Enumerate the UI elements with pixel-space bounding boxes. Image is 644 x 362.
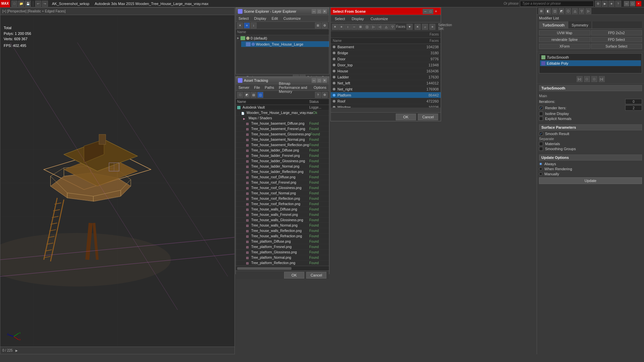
icon-btn3[interactable]: ★ [608,1,614,7]
at-menu-file[interactable]: File [253,85,261,89]
at-row-tree-house-walls-fresnel-png[interactable]: 🖼 Tree_house_walls_Fresnel.png Found [236,212,329,218]
at-scrollbar-thumb[interactable] [237,267,291,270]
modifier-stack[interactable]: TurboSmooth Editable Poly [539,53,642,73]
at-row-tree-house-roof-glossiness-png[interactable]: 🖼 Tree_house_roof_Glossiness.png Found [236,185,329,191]
menu-customize[interactable]: Customize [282,16,302,20]
sfs-icon9[interactable]: △ [383,24,389,30]
viewport[interactable]: [+] [Perspective] [Realistic + Edged Fac… [0,7,235,354]
ts-when-radio[interactable] [539,167,542,171]
at-ok-btn[interactable]: OK [284,272,304,279]
sfs-row-ladder[interactable]: Ladder 17630 [331,74,441,80]
sfs-cancel-btn[interactable]: Cancel [418,114,438,120]
at-scrollbar[interactable] [237,267,328,270]
at-cancel-btn[interactable]: Cancel [306,272,326,279]
rp-nav4[interactable]: ▷| [599,76,605,82]
at-row-tree-platform-reflection-png[interactable]: 🖼 Tree_platform_Reflection.png Found [236,260,329,266]
at-row-tree-house-ladder-normal-png[interactable]: 🖼 Tree_house_ladder_Normal.png Found [236,164,329,169]
renderable-spline-btn[interactable]: renderable Spline [539,37,590,42]
ts-section-header[interactable]: TurboSmooth [539,85,642,91]
at-row-tree-platform-diffuse-png[interactable]: 🖼 Tree_platform_Diffuse.png Found [236,239,329,244]
at-row-maps---shaders[interactable]: ▶ Maps / Shaders [236,116,329,121]
play-btn[interactable]: ▶ [15,349,18,352]
rp-icon2[interactable]: ◧ [545,8,551,14]
icon-btn4[interactable]: ? [615,1,621,7]
toolbar-sort-btn[interactable]: ↕ [251,22,257,28]
uvw-map-btn[interactable]: UVW Map [539,30,590,36]
at-row-tree-house-walls-refraction-pn[interactable]: 🖼 Tree_house_walls_Refraction.png Found [236,234,329,239]
icon-btn2[interactable]: ▶ [602,1,608,7]
toolbar-right-btn1[interactable]: ⊞ [315,22,321,28]
at-row-tree-house-roof-reflection-png[interactable]: 🖼 Tree_house_roof_Reflection.png Found [236,196,329,201]
menu-display[interactable]: Display [253,16,268,20]
restore-btn[interactable]: □ [630,1,635,6]
sfs-close[interactable]: ✕ [433,9,439,14]
toolbar-layers-btn[interactable]: ≡ [244,22,250,28]
at-menu-server[interactable]: Server [237,85,251,89]
sfs-icon7[interactable]: ▷ [370,24,376,30]
rp-icon1[interactable]: ⊞ [538,8,544,14]
sfs-ok-btn[interactable]: OK [396,114,416,120]
rp-icon4[interactable]: ◩ [558,8,565,14]
layer-tree[interactable]: Name ▶ 0 (default) Wooden_Tree_House_Lar… [236,29,329,74]
minimize-btn[interactable]: ─ [624,1,629,6]
save-btn[interactable]: 💾 [25,1,31,7]
ts-iterations-value[interactable]: 0 [625,99,642,104]
at-row-tree-house-ladder-diffuse-png[interactable]: 🖼 Tree_house_ladder_Diffuse.png Found [236,148,329,153]
open-btn[interactable]: 📁 [18,1,24,7]
icon-btn1[interactable]: ⚙ [595,1,601,7]
sfs-maximize[interactable]: □ [428,9,433,14]
sfs-row-house[interactable]: House 163436 [331,68,441,74]
sfs-menu-select[interactable]: Select [333,17,346,21]
ts-materials-check[interactable] [539,142,543,146]
menu-edit[interactable]: Edit [270,16,279,20]
at-row-tree-house-roof-refraction-png[interactable]: 🖼 Tree_house_roof_Refraction.png Found [236,201,329,207]
at-row-tree-house-basement-diffuse-pn[interactable]: 🖼 Tree_house_basement_Diffuse.png Found [236,121,329,126]
at-row-tree-house-walls-glossiness-pn[interactable]: 🖼 Tree_house_walls_Glossiness.png Found [236,218,329,223]
fpd-btn[interactable]: FPD 2x2x2 [591,30,642,36]
rp-nav3[interactable]: □ [591,76,597,82]
fpd-select-btn[interactable]: FPD Select [591,37,642,42]
sfs-row-door-top[interactable]: Door_top 11948 [331,62,441,68]
at-row-tree-house-walls-normal-png[interactable]: 🖼 Tree_house_walls_Normal.png Found [236,223,329,228]
ts-render-iters-value[interactable]: 2 [625,105,642,111]
at-row-tree-house-roof-normal-png[interactable]: 🖼 Tree_house_roof_Normal.png Found [236,191,329,196]
sfs-toolbar-find[interactable]: ⌕ [422,24,428,30]
rp-icon8[interactable]: ▷ [585,8,591,14]
sfs-icon3[interactable]: ↕ [345,24,351,30]
new-btn[interactable]: □ [11,1,17,7]
ts-update-header[interactable]: Update Options [539,155,642,161]
at-btn1[interactable]: □ [237,92,243,98]
ts-update-btn[interactable]: Update [539,177,642,184]
at-btn3[interactable]: ▤ [251,92,257,98]
at-row-tree-house-basement-glossiness[interactable]: 🖼 Tree_house_basement_Glossiness.png Fou… [236,132,329,137]
ts-explicit-check[interactable] [539,117,543,121]
at-row-tree-house-walls-reflection-pn[interactable]: 🖼 Tree_house_walls_Reflection.png Found [236,228,329,234]
at-row-tree-house-roof-diffuse-png[interactable]: 🖼 Tree_house_roof_Diffuse.png Found [236,175,329,180]
rp-icon3[interactable]: ◫ [552,8,558,14]
sfs-icon8[interactable]: ◁ [377,24,383,30]
layer-explorer-titlebar[interactable]: Scene Explorer - Layer Explorer ─ □ ✕ [236,8,329,15]
ts-manually-radio[interactable] [539,172,542,176]
xform-btn[interactable]: XForm [539,44,590,49]
at-row-tree-platform-glossiness-png[interactable]: 🖼 Tree_platform_Glossiness.png Found [236,250,329,255]
rp-icon5[interactable]: ⬡ [565,8,571,14]
sfs-row-bridge[interactable]: Bridge 3180 [331,50,441,56]
surface-select-btn[interactable]: Surface Select [591,44,642,49]
at-row-tree-house-basement-fresnel-pn[interactable]: 🖼 Tree_house_basement_Fresnel.png Found [236,126,329,132]
panel-maximize-btn[interactable]: □ [317,9,322,14]
redo-btn[interactable]: ↪ [42,1,48,7]
sfs-filter-icon[interactable]: ▼ [407,24,413,30]
at-row-autodesk-vault[interactable]: Autodesk Vault Logge... [236,105,329,110]
ts-surface-header[interactable]: Surface Parameters [539,124,642,130]
search-input[interactable] [520,1,594,7]
at-row-tree-house-roof-fresnel-png[interactable]: 🖼 Tree_house_roof_Fresnel.png Found [236,180,329,185]
sfs-menu-display[interactable]: Display [351,17,365,21]
at-close-btn[interactable]: ✕ [322,78,327,83]
at-table[interactable]: Name Status Autodesk Vault Logge... 📄 Wo… [236,99,329,266]
rp-icon7[interactable]: ▽ [579,8,585,14]
sfs-row-roof[interactable]: Roof 472260 [331,98,441,104]
at-row-tree-house-ladder-reflection-p[interactable]: 🖼 Tree_house_ladder_Reflection.png Found [236,169,329,175]
at-menu-paths[interactable]: Paths [263,85,275,89]
tree-row-wooden[interactable]: Wooden_Tree_House_Large [241,41,329,47]
menu-select[interactable]: Select [237,16,250,20]
